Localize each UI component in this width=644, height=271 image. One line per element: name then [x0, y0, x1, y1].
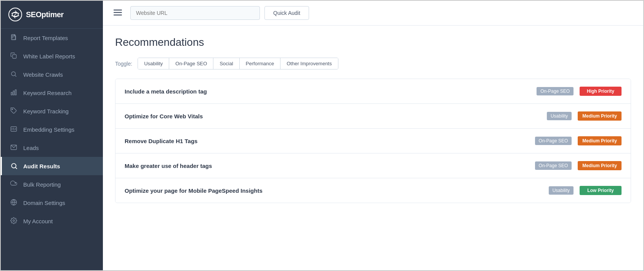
sidebar-item-label: Leads [23, 145, 39, 151]
sidebar-item-embedding-settings[interactable]: Embedding Settings [1, 120, 103, 139]
sidebar-item-label: Bulk Reporting [23, 181, 61, 188]
toggle-tab-usability[interactable]: Usability [138, 58, 169, 69]
rec-priority: High Priority [580, 87, 622, 96]
recommendation-row: Include a meta description tag On-Page S… [115, 79, 631, 104]
rec-title: Optimize your page for Mobile PageSpeed … [125, 187, 549, 194]
magnify-icon [10, 162, 18, 170]
toggle-tabs: UsabilityOn-Page SEOSocialPerformanceOth… [138, 58, 338, 69]
rec-title: Include a meta description tag [125, 88, 537, 95]
sidebar-item-keyword-research[interactable]: Keyword Research [1, 84, 103, 102]
recommendation-row: Optimize for Core Web Vitals Usability M… [115, 104, 631, 129]
toggle-tab-performance[interactable]: Performance [240, 58, 280, 69]
hamburger-button[interactable] [112, 8, 123, 18]
rec-priority: Low Priority [580, 186, 622, 195]
gear-icon [10, 217, 18, 225]
sidebar-item-white-label-reports[interactable]: White Label Reports [1, 47, 103, 65]
recommendation-row: Remove Duplicate H1 Tags On-Page SEO Med… [115, 129, 631, 153]
rec-category: On-Page SEO [535, 161, 572, 170]
sidebar-item-label: White Label Reports [23, 53, 75, 60]
app-title: SEOptimer [26, 10, 64, 19]
mail-icon [10, 144, 18, 152]
search-circle-icon [10, 71, 18, 78]
sidebar-item-keyword-tracking[interactable]: Keyword Tracking [1, 102, 103, 120]
svg-point-7 [12, 109, 13, 110]
sidebar-item-label: Audit Results [23, 163, 60, 169]
content-area: Recommendations Toggle: UsabilityOn-Page… [103, 26, 643, 270]
embed-icon [10, 126, 18, 133]
rec-category: Usability [547, 112, 572, 120]
recommendation-row: Optimize your page for Mobile PageSpeed … [115, 178, 631, 203]
tag-icon [10, 107, 18, 115]
svg-rect-6 [15, 90, 16, 95]
rec-category: Usability [549, 186, 574, 195]
cloud-icon [10, 181, 18, 188]
toggle-tab-social[interactable]: Social [213, 58, 239, 69]
file-icon [10, 34, 18, 42]
toggle-label: Toggle: [115, 61, 132, 67]
quick-audit-button[interactable]: Quick Audit [264, 6, 309, 20]
rec-title: Optimize for Core Web Vitals [125, 113, 547, 119]
svg-point-10 [11, 163, 16, 168]
page-title: Recommendations [115, 36, 631, 48]
logo: SEOptimer [1, 1, 103, 29]
rec-priority: Medium Priority [578, 161, 622, 170]
seoptimer-logo-icon [8, 8, 22, 21]
sidebar-item-label: Embedding Settings [23, 126, 74, 133]
sidebar-item-label: Keyword Research [23, 90, 72, 96]
svg-rect-5 [13, 91, 14, 95]
rec-title: Remove Duplicate H1 Tags [125, 138, 535, 144]
sidebar-item-bulk-reporting[interactable]: Bulk Reporting [1, 175, 103, 194]
svg-point-12 [13, 220, 15, 222]
svg-point-3 [11, 72, 16, 76]
recommendations-list: Include a meta description tag On-Page S… [115, 79, 631, 203]
svg-rect-4 [11, 92, 12, 95]
svg-rect-15 [114, 15, 122, 16]
rec-priority: Medium Priority [578, 136, 622, 145]
rec-priority: Medium Priority [578, 111, 622, 121]
rec-category: On-Page SEO [535, 137, 572, 145]
url-input[interactable] [130, 6, 260, 20]
sidebar-item-website-crawls[interactable]: Website Crawls [1, 65, 103, 84]
svg-rect-13 [114, 10, 122, 11]
toggle-tab-on-page-seo[interactable]: On-Page SEO [169, 58, 213, 69]
toggle-tab-other-improvements[interactable]: Other Improvements [280, 58, 338, 69]
svg-rect-1 [11, 35, 15, 40]
sidebar-item-report-templates[interactable]: Report Templates [1, 29, 103, 47]
copy-icon [10, 52, 18, 60]
nav-list: Report Templates White Label Reports Web… [1, 29, 103, 230]
sidebar-item-domain-settings[interactable]: Domain Settings [1, 194, 103, 212]
svg-rect-2 [13, 55, 16, 58]
sidebar-item-label: Website Crawls [23, 71, 63, 78]
toggle-row: Toggle: UsabilityOn-Page SEOSocialPerfor… [115, 58, 631, 69]
main-area: Quick Audit Recommendations Toggle: Usab… [103, 1, 643, 270]
rec-category: On-Page SEO [537, 87, 574, 95]
hamburger-icon [114, 10, 122, 16]
recommendation-row: Make greater use of header tags On-Page … [115, 153, 631, 178]
svg-rect-14 [114, 12, 122, 13]
globe-icon [10, 199, 18, 206]
sidebar-item-my-account[interactable]: My Account [1, 212, 103, 230]
header: Quick Audit [103, 1, 643, 26]
sidebar-item-leads[interactable]: Leads [1, 139, 103, 157]
sidebar: SEOptimer Report Templates White Label R… [1, 1, 103, 270]
bar-chart-icon [10, 89, 18, 97]
rec-title: Make greater use of header tags [125, 163, 535, 169]
sidebar-item-label: Report Templates [23, 35, 68, 41]
sidebar-item-label: Keyword Tracking [23, 108, 69, 115]
sidebar-item-audit-results[interactable]: Audit Results [1, 157, 103, 175]
sidebar-item-label: My Account [23, 218, 53, 224]
sidebar-item-label: Domain Settings [23, 200, 65, 206]
